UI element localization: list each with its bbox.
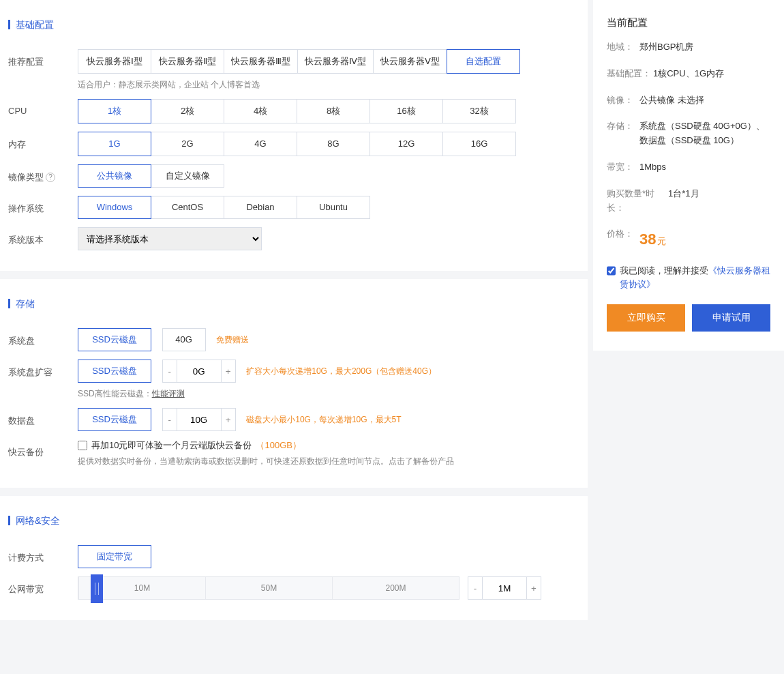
cpu-16[interactable]: 16核 xyxy=(370,99,443,123)
sum-image-v: 公共镜像 未选择 xyxy=(639,93,770,108)
sum-qty-k: 购买数量*时长： xyxy=(607,187,668,216)
os-options: Windows CentOS Debian Ubuntu xyxy=(78,196,579,219)
buy-button[interactable]: 立即购买 xyxy=(607,304,685,332)
sum-storage-k: 存储： xyxy=(607,119,639,148)
perf-link[interactable]: 性能评测 xyxy=(152,389,185,398)
try-button[interactable]: 申请试用 xyxy=(692,304,770,332)
cpu-8[interactable]: 8核 xyxy=(297,99,370,123)
recommended-opt-5[interactable]: 快云服务器Ⅴ型 xyxy=(373,49,447,74)
mem-16[interactable]: 16G xyxy=(442,132,516,156)
billing-option[interactable]: 固定带宽 xyxy=(78,545,151,568)
backup-tag: （100GB） xyxy=(256,439,301,452)
mem-options: 1G 2G 4G 8G 12G 16G xyxy=(78,132,579,156)
sum-price: 38 xyxy=(639,231,656,248)
datadisk-minus[interactable]: - xyxy=(162,408,177,431)
recommended-hint: 适合用户：静态展示类网站，企业站 个人博客首选 xyxy=(78,79,579,91)
bw-tick-200: 200M xyxy=(332,577,459,599)
sum-region-v: 郑州BGP机房 xyxy=(639,40,770,55)
sysexp-label: 系统盘扩容 xyxy=(8,360,78,379)
cpu-4[interactable]: 4核 xyxy=(224,99,297,123)
cpu-1[interactable]: 1核 xyxy=(78,99,151,123)
mem-8[interactable]: 8G xyxy=(297,132,370,156)
recommended-label: 推荐配置 xyxy=(8,49,78,68)
bw-slider[interactable]: 10M 50M 200M xyxy=(78,576,459,600)
mem-1[interactable]: 1G xyxy=(78,132,151,156)
sysexp-minus[interactable]: - xyxy=(162,360,177,383)
section-basic-title: 基础配置 xyxy=(0,8,588,45)
image-type-options: 公共镜像 自定义镜像 xyxy=(78,164,579,188)
bw-slider-handle[interactable] xyxy=(91,574,103,603)
sum-bw-v: 1Mbps xyxy=(639,160,770,175)
sysver-label: 系统版本 xyxy=(8,227,78,246)
backup-label: 快云备份 xyxy=(8,439,78,458)
sum-basic-v: 1核CPU、1G内存 xyxy=(653,67,770,81)
cpu-2[interactable]: 2核 xyxy=(151,99,224,123)
mem-2[interactable]: 2G xyxy=(151,132,224,156)
image-type-label: 镜像类型? xyxy=(8,164,78,184)
bw-value[interactable] xyxy=(483,576,526,600)
mem-label: 内存 xyxy=(8,132,78,151)
os-ubuntu[interactable]: Ubuntu xyxy=(297,196,370,219)
datadisk-value[interactable] xyxy=(177,408,221,431)
datadisk-label: 数据盘 xyxy=(8,408,78,427)
sysexp-type[interactable]: SSD云磁盘 xyxy=(78,360,151,383)
backup-desc: 提供对数据实时备份，当遭勒索病毒或数据误删时，可快速还原数据到任意时间节点。 xyxy=(78,456,389,466)
cpu-options: 1核 2核 4核 8核 16核 32核 xyxy=(78,99,579,123)
billing-label: 计费方式 xyxy=(8,545,78,564)
bw-tick-50: 50M xyxy=(205,577,332,599)
mem-12[interactable]: 12G xyxy=(370,132,443,156)
sysdisk-type[interactable]: SSD云磁盘 xyxy=(78,328,151,351)
os-debian[interactable]: Debian xyxy=(224,196,297,219)
recommended-opt-4[interactable]: 快云服务器Ⅳ型 xyxy=(297,49,374,74)
os-label: 操作系统 xyxy=(8,196,78,215)
sysexp-sub: SSD高性能云磁盘：性能评测 xyxy=(78,388,579,400)
sysdisk-note: 免费赠送 xyxy=(216,328,249,351)
cpu-label: CPU xyxy=(8,99,78,116)
agree-prefix: 我已阅读，理解并接受 xyxy=(620,265,708,276)
sum-region-k: 地域： xyxy=(607,40,639,55)
os-windows[interactable]: Windows xyxy=(78,196,151,219)
section-storage-title: 存储 xyxy=(0,287,588,324)
bw-minus[interactable]: - xyxy=(468,576,483,600)
image-custom[interactable]: 自定义镜像 xyxy=(151,164,224,188)
image-public[interactable]: 公共镜像 xyxy=(78,164,151,188)
backup-text: 再加10元即可体验一个月云端版快云备份 xyxy=(91,439,252,452)
sysdisk-size: 40G xyxy=(162,328,206,351)
sum-qty-v: 1台*1月 xyxy=(668,187,770,216)
recommended-opt-2[interactable]: 快云服务器Ⅱ型 xyxy=(151,49,224,74)
backup-checkbox[interactable] xyxy=(78,441,87,450)
sysexp-value[interactable] xyxy=(177,360,221,383)
sum-price-k: 价格： xyxy=(607,227,639,251)
os-centos[interactable]: CentOS xyxy=(151,196,224,219)
datadisk-plus[interactable]: + xyxy=(221,408,236,431)
section-network-title: 网络&安全 xyxy=(0,504,588,541)
sum-storage-v: 系统盘（SSD硬盘 40G+0G）、 数据盘（SSD硬盘 10G） xyxy=(639,119,770,148)
sysdisk-label: 系统盘 xyxy=(8,328,78,347)
mem-4[interactable]: 4G xyxy=(224,132,297,156)
recommended-opt-3[interactable]: 快云服务器Ⅲ型 xyxy=(224,49,298,74)
agree-checkbox[interactable] xyxy=(607,266,616,276)
sum-basic-k: 基础配置： xyxy=(607,67,653,81)
bw-plus[interactable]: + xyxy=(526,576,541,600)
datadisk-note: 磁盘大小最小10G，每次递增10G，最大5T xyxy=(246,408,401,431)
bw-label: 公网带宽 xyxy=(8,576,78,596)
sum-bw-k: 带宽： xyxy=(607,160,639,175)
sysver-select[interactable]: 请选择系统版本 xyxy=(78,227,262,250)
cpu-32[interactable]: 32核 xyxy=(442,99,516,123)
sum-price-unit: 元 xyxy=(657,236,666,246)
sysexp-plus[interactable]: + xyxy=(221,360,236,383)
sum-image-k: 镜像： xyxy=(607,93,639,108)
recommended-opt-1[interactable]: 快云服务器Ⅰ型 xyxy=(78,49,151,74)
help-icon[interactable]: ? xyxy=(46,173,55,182)
backup-link[interactable]: 点击了解备份产品 xyxy=(389,456,454,466)
recommended-opt-custom[interactable]: 自选配置 xyxy=(447,49,520,74)
recommended-options: 快云服务器Ⅰ型 快云服务器Ⅱ型 快云服务器Ⅲ型 快云服务器Ⅳ型 快云服务器Ⅴ型 … xyxy=(78,49,579,74)
summary-title: 当前配置 xyxy=(607,16,770,29)
sysexp-note: 扩容大小每次递增10G，最大200G（包含赠送40G） xyxy=(246,360,436,383)
datadisk-type[interactable]: SSD云磁盘 xyxy=(78,408,151,431)
